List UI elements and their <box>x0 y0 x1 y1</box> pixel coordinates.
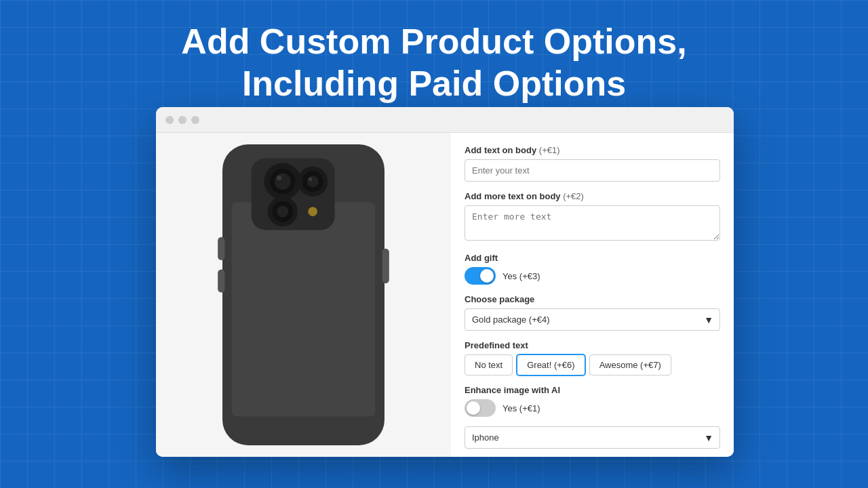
field1-input[interactable] <box>465 159 720 182</box>
dropdown1-label: Choose package <box>465 294 720 304</box>
ai-toggle[interactable] <box>465 399 496 417</box>
toggle2-value-label: Yes (+€1) <box>502 403 540 413</box>
browser-content: Add text on body (+€1) Add more text on … <box>156 133 734 457</box>
browser-toolbar <box>156 107 734 133</box>
phone-case-image <box>156 133 451 457</box>
device-dropdown[interactable]: Iphone Samsung Other <box>465 426 720 449</box>
predefined-awesome-btn[interactable]: Awesome (+€7) <box>589 354 671 375</box>
toggle1-group: Add gift Yes (+€3) <box>465 253 720 285</box>
dropdown1-group: Choose package Gold package (+€4) Silver… <box>465 294 720 331</box>
field2-label: Add more text on body (+€2) <box>465 191 720 201</box>
dropdown1-wrapper: Gold package (+€4) Silver package (+€2) … <box>465 308 720 331</box>
options-panel: Add text on body (+€1) Add more text on … <box>451 133 734 457</box>
toggle2-group: Enhance image with AI Yes (+€1) <box>465 385 720 417</box>
field2-group: Add more text on body (+€2) <box>465 191 720 243</box>
gift-toggle[interactable] <box>465 267 496 285</box>
svg-rect-16 <box>382 249 389 283</box>
browser-window: Add text on body (+€1) Add more text on … <box>156 107 734 457</box>
field1-group: Add text on body (+€1) <box>465 145 720 182</box>
toggle1-label: Add gift <box>465 253 720 263</box>
product-image-area <box>156 133 451 457</box>
svg-rect-18 <box>218 269 224 292</box>
predefined-group: Predefined text No text Great! (+€6) Awe… <box>465 340 720 375</box>
field1-label: Add text on body (+€1) <box>465 145 720 155</box>
svg-point-15 <box>308 207 317 216</box>
dropdown2-group: Iphone Samsung Other ▼ <box>465 426 720 449</box>
dropdown2-wrapper: Iphone Samsung Other ▼ <box>465 426 720 449</box>
predefined-great-btn[interactable]: Great! (+€6) <box>517 354 585 375</box>
svg-point-13 <box>277 206 288 218</box>
toggle1-row: Yes (+€3) <box>465 267 720 285</box>
toggle-thumb <box>480 269 494 283</box>
toggle2-row: Yes (+€1) <box>465 399 720 417</box>
browser-dot-green <box>191 116 199 124</box>
predefined-no-text-btn[interactable]: No text <box>465 354 513 375</box>
svg-rect-1 <box>232 202 376 416</box>
page-title: Add Custom Product Options, Including Pa… <box>0 0 868 119</box>
browser-dot-yellow <box>178 116 186 124</box>
predefined-button-group: No text Great! (+€6) Awesome (+€7) <box>465 354 720 375</box>
package-dropdown[interactable]: Gold package (+€4) Silver package (+€2) … <box>465 308 720 331</box>
toggle1-value-label: Yes (+€3) <box>502 271 540 281</box>
svg-rect-17 <box>218 237 224 260</box>
toggle2-thumb <box>467 401 480 415</box>
svg-point-9 <box>307 176 319 187</box>
field2-input[interactable] <box>465 205 720 241</box>
svg-point-10 <box>309 178 312 181</box>
toggle2-label: Enhance image with AI <box>465 385 720 395</box>
browser-dot-red <box>165 116 174 124</box>
svg-point-6 <box>277 176 281 180</box>
svg-point-5 <box>275 174 291 190</box>
predefined-label: Predefined text <box>465 340 720 350</box>
